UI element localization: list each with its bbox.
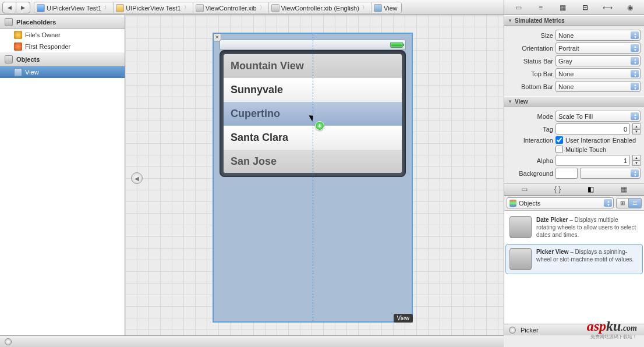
objects-header[interactable]: Objects [0, 52, 125, 66]
identity-inspector-icon[interactable]: ▦ [557, 3, 569, 12]
mode-label: Mode [508, 113, 553, 120]
orientation-popup[interactable]: Portrait▲▼ [555, 43, 641, 54]
mode-value: Scale To Fill [558, 113, 593, 120]
canvas[interactable]: ◀ ✕ Mountain ViewSunnyvaleCupertinoSanta… [125, 15, 504, 335]
tag-label: Tag [508, 126, 553, 133]
breadcrumb-item[interactable]: ViewController.xib (English)〉 [269, 2, 371, 13]
collapse-outline-button[interactable]: ◀ [131, 172, 143, 184]
mt-label: Multiple Touch [565, 146, 606, 153]
cube-icon [5, 55, 13, 63]
topbar-popup[interactable]: None▲▼ [555, 68, 641, 79]
view-header[interactable]: ▼View [504, 96, 644, 107]
library-item[interactable]: Picker View – Displays a spinning-wheel … [505, 244, 643, 274]
connections-inspector-icon[interactable]: ◉ [624, 3, 636, 12]
objects-label: Objects [16, 56, 40, 63]
picker-view[interactable]: Mountain ViewSunnyvaleCupertinoSanta Cla… [220, 50, 406, 177]
placeholders-header[interactable]: Placeholders [0, 15, 125, 29]
crumb-label: UIPickerView Test1 [47, 5, 101, 12]
view-badge: View [394, 314, 413, 323]
responder-icon [14, 43, 22, 51]
multiple-touch-checkbox[interactable]: Multiple Touch [555, 146, 606, 153]
list-view-icon[interactable]: ☰ [629, 198, 642, 208]
media-library-icon[interactable]: ▦ [618, 185, 630, 194]
file-template-icon[interactable]: ▭ [519, 185, 530, 194]
document-outline: Placeholders File's OwnerFirst Responder… [0, 15, 125, 335]
user-interaction-checkbox[interactable]: User Interaction Enabled [555, 136, 636, 144]
attributes-inspector-icon[interactable]: ⊟ [579, 3, 591, 12]
library-scope-value: Objects [519, 200, 540, 207]
outline-item[interactable]: View [0, 66, 125, 78]
alpha-stepper[interactable]: ▲▼ [632, 155, 641, 166]
bottombar-popup[interactable]: None▲▼ [555, 81, 641, 92]
code-snippet-icon[interactable]: { } [552, 185, 564, 194]
library-tab-bar: ▭ { } ◧ ▦ [504, 183, 644, 196]
grid-view-icon[interactable]: ⊞ [616, 198, 629, 208]
library-thumb-icon [509, 216, 532, 238]
file-inspector-icon[interactable]: ▭ [512, 3, 524, 12]
orientation-value: Portrait [558, 45, 579, 52]
tag-stepper[interactable]: ▲▼ [632, 123, 641, 134]
xib-icon [196, 4, 204, 12]
breadcrumb-item[interactable]: View [371, 2, 401, 13]
status-orb-icon [509, 327, 516, 334]
crumb-label: View [384, 5, 398, 12]
library-view-toggle[interactable]: ⊞☰ [616, 198, 642, 208]
alpha-field[interactable]: 1 [555, 155, 630, 166]
bottombar-value: None [558, 83, 574, 90]
outline-item[interactable]: First Responder [0, 41, 125, 52]
view-icon [14, 68, 22, 76]
owner-icon [14, 31, 22, 39]
picker-row[interactable]: Sunnyvale [224, 78, 402, 102]
battery-icon [390, 42, 403, 48]
alpha-value: 1 [624, 157, 627, 164]
palette-icon [509, 200, 516, 207]
mode-popup[interactable]: Scale To Fill▲▼ [555, 111, 641, 122]
status-orb-icon [5, 338, 12, 345]
add-icon: + [315, 121, 324, 130]
status-bar [220, 40, 406, 50]
library-item-text: Picker View – Displays a spinning-wheel … [536, 248, 639, 270]
nav-back-button[interactable]: ◀ [2, 2, 16, 13]
background-popup[interactable]: ▲▼ [580, 168, 641, 179]
interaction-label: Interaction [508, 137, 553, 144]
breadcrumb-item[interactable]: UIPickerView Test1〉 [34, 2, 114, 13]
nav-group: ◀ ▶ [2, 2, 30, 13]
background-color-well[interactable] [555, 168, 578, 179]
tag-field[interactable]: 0 [555, 123, 630, 134]
placeholders-label: Placeholders [16, 19, 56, 26]
size-value: None [558, 32, 574, 39]
library-item-text: Date Picker – Displays multiple rotating… [536, 216, 639, 239]
picker-row[interactable]: Mountain View [224, 54, 402, 78]
outline-label: File's Owner [25, 31, 61, 38]
xib-icon [271, 4, 279, 12]
canvas-footer [0, 335, 504, 347]
statusbar-value: Gray [558, 58, 572, 65]
library-scope-popup[interactable]: Objects▲▼ [507, 197, 614, 208]
sim-label: Simulated Metrics [515, 17, 565, 24]
statusbar-popup[interactable]: Gray▲▼ [555, 55, 641, 66]
breadcrumb-item[interactable]: UIPickerView Test1〉 [114, 2, 193, 13]
quick-help-icon[interactable]: ≡ [535, 3, 546, 12]
device-frame[interactable]: ✕ Mountain ViewSunnyvaleCupertinoSanta C… [213, 33, 413, 323]
size-inspector-icon[interactable]: ⟷ [601, 3, 613, 12]
picker-row[interactable]: Santa Clara [224, 126, 402, 150]
picker-row[interactable]: Cupertino [224, 102, 402, 126]
picker-row[interactable]: San Jose [224, 150, 402, 173]
view-icon [374, 4, 382, 12]
library-list[interactable]: Date Picker – Displays multiple rotating… [504, 211, 644, 324]
library-item[interactable]: Date Picker – Displays multiple rotating… [505, 212, 643, 243]
crumb-label: ViewController.xib [206, 5, 257, 12]
object-library-icon[interactable]: ◧ [585, 185, 597, 194]
outline-label: First Responder [25, 43, 70, 50]
outline-label: View [25, 69, 39, 76]
uie-label: User Interaction Enabled [565, 137, 636, 144]
nav-forward-button[interactable]: ▶ [16, 2, 30, 13]
topbar-label: Top Bar [508, 70, 553, 77]
folder-icon [116, 4, 124, 12]
topbar-value: None [558, 70, 574, 77]
breadcrumb-item[interactable]: ViewController.xib〉 [193, 2, 269, 13]
library-footer-label: Picker [521, 327, 539, 334]
outline-item[interactable]: File's Owner [0, 29, 125, 41]
simulated-metrics-header[interactable]: ▼Simulated Metrics [504, 15, 644, 26]
size-popup[interactable]: None▲▼ [555, 30, 641, 41]
